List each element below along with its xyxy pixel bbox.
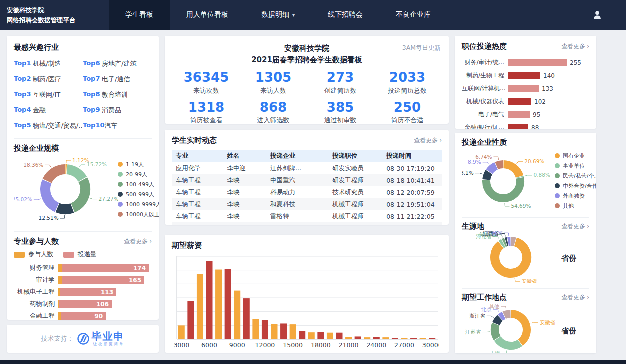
donut-slice[interactable] bbox=[498, 339, 520, 346]
donut-slice[interactable] bbox=[486, 178, 520, 198]
donut-slice[interactable] bbox=[504, 164, 520, 176]
stacked-bar[interactable]: 113 bbox=[58, 288, 116, 296]
label-line bbox=[515, 278, 520, 281]
salary-bar[interactable] bbox=[188, 301, 194, 339]
salary-bar[interactable] bbox=[382, 337, 389, 339]
stacked-bar[interactable]: 174 bbox=[58, 264, 149, 272]
donut-slice[interactable] bbox=[504, 314, 511, 315]
donut-slice[interactable] bbox=[495, 242, 527, 273]
company-nature-section: 投递企业性质 20.69%0.88%54.69%8.1%8.9%6.74% 国有… bbox=[462, 135, 590, 217]
nav-tab-3[interactable]: 数据明细▾ bbox=[245, 0, 312, 30]
heat-bar[interactable] bbox=[508, 59, 567, 66]
company-scale-legend: 1-19人20-99人100-499人500-999人1000-9999人100… bbox=[118, 161, 159, 218]
x-tick-label: 24000 bbox=[366, 341, 386, 349]
donut-slice[interactable] bbox=[486, 172, 489, 180]
majors-more-link[interactable]: 查看更多› bbox=[124, 237, 152, 246]
legend-label: 100-499人 bbox=[126, 181, 154, 188]
table-cell: 08-11 21:22:05 bbox=[382, 210, 442, 222]
salary-bar[interactable] bbox=[429, 338, 436, 339]
delivery-value: 90 bbox=[94, 313, 103, 320]
heat-value: 88 bbox=[532, 124, 539, 129]
activity-more-link[interactable]: 查看更多› bbox=[414, 136, 442, 145]
brand-line2: 网络招聘会数据管理平台 bbox=[7, 15, 109, 25]
salary-bar[interactable] bbox=[290, 324, 296, 339]
salary-bar[interactable] bbox=[346, 337, 352, 339]
heat-bar[interactable] bbox=[508, 111, 530, 118]
job-heat-more-link[interactable]: 查看更多› bbox=[562, 42, 590, 51]
stacked-bar[interactable]: 90 bbox=[58, 312, 106, 320]
salary-bar[interactable] bbox=[206, 261, 213, 339]
donut-slice[interactable] bbox=[512, 241, 516, 242]
salary-bar[interactable] bbox=[410, 338, 417, 339]
donut-slice[interactable] bbox=[67, 169, 82, 179]
industry-label: 互联网/IT bbox=[33, 90, 60, 99]
legend-item: 20-99人 bbox=[118, 171, 159, 178]
origin-more-link[interactable]: 查看更多› bbox=[562, 222, 590, 231]
salary-bar[interactable] bbox=[355, 336, 362, 339]
donut-slice[interactable] bbox=[504, 242, 506, 243]
heat-bar[interactable] bbox=[508, 72, 540, 79]
salary-bar[interactable] bbox=[308, 332, 315, 339]
heat-bar[interactable] bbox=[508, 85, 539, 92]
donut-slice[interactable] bbox=[490, 166, 496, 171]
salary-bar[interactable] bbox=[216, 270, 222, 339]
label-line bbox=[494, 157, 498, 160]
salary-bar[interactable] bbox=[392, 338, 398, 339]
industry-rank: Top2 bbox=[14, 75, 33, 84]
nav-tab-5[interactable]: 不良企业库 bbox=[380, 0, 448, 30]
stats-grid: 36345来访次数1305来访人数273创建简历数2033投递简历总数1318简… bbox=[173, 70, 441, 124]
nav-tab-4[interactable]: 线下招聘会 bbox=[312, 0, 380, 30]
work-place-more-link[interactable]: 查看更多› bbox=[562, 293, 590, 302]
donut-slice[interactable] bbox=[497, 164, 504, 166]
salary-bar[interactable] bbox=[252, 319, 259, 339]
donut-slice[interactable] bbox=[48, 169, 66, 181]
donut-slice[interactable] bbox=[496, 318, 500, 323]
salary-bar[interactable] bbox=[197, 274, 204, 339]
nav-tab-label: 用人单位看板 bbox=[186, 10, 228, 19]
donut-slice[interactable] bbox=[73, 180, 86, 208]
salary-bar[interactable] bbox=[272, 324, 278, 339]
heat-bar[interactable] bbox=[508, 98, 532, 105]
donut-slice[interactable] bbox=[506, 242, 508, 242]
donut-label: 25.02% bbox=[14, 196, 32, 202]
job-heat-card: 职位投递热度 查看更多› 财务/审计/统...255制药/生物工程140互联网/… bbox=[455, 36, 596, 129]
salary-bar[interactable] bbox=[336, 333, 343, 339]
nav-tab-2[interactable]: 用人单位看板 bbox=[170, 0, 245, 30]
label-line bbox=[482, 332, 490, 332]
salary-bar[interactable] bbox=[299, 331, 306, 339]
stacked-bar[interactable]: 106 bbox=[58, 300, 112, 308]
nav-tab-1[interactable]: 学生看板 bbox=[109, 0, 170, 30]
origin-donut: 安徽省河北省湖南省江西省江苏省 bbox=[462, 231, 560, 283]
donut-slice[interactable] bbox=[500, 315, 504, 317]
salary-bar[interactable] bbox=[244, 298, 250, 339]
donut-slice[interactable] bbox=[495, 324, 498, 338]
salary-bar[interactable] bbox=[402, 338, 408, 339]
salary-bar[interactable] bbox=[318, 332, 324, 339]
salary-bar[interactable] bbox=[374, 337, 380, 339]
donut-slice[interactable] bbox=[502, 243, 504, 245]
salary-bar[interactable] bbox=[234, 291, 240, 339]
salary-bar[interactable] bbox=[364, 337, 370, 339]
donut-label: 0.88% bbox=[534, 172, 550, 178]
donut-slice[interactable] bbox=[46, 181, 57, 207]
legend-item: 事业单位 bbox=[555, 162, 596, 170]
industry-item: Top2制药/医疗 bbox=[14, 75, 83, 84]
salary-bar[interactable] bbox=[178, 325, 185, 339]
donut-label: 江苏省 bbox=[466, 329, 482, 335]
heat-bar[interactable] bbox=[508, 124, 528, 129]
stat-item: 385通过初审数 bbox=[307, 100, 374, 124]
stacked-bar[interactable]: 165 bbox=[58, 276, 144, 284]
window-bottom-bar bbox=[0, 360, 626, 364]
donut-slice[interactable] bbox=[58, 208, 72, 209]
user-icon[interactable] bbox=[592, 9, 603, 20]
industry-item: Top8教育培训 bbox=[83, 90, 152, 99]
salary-bar[interactable] bbox=[280, 323, 287, 339]
salary-bar[interactable] bbox=[262, 320, 268, 339]
left-panel: 最感兴趣行业 Top1机械/制造Top2制药/医疗Top3互联网/ITTop4金… bbox=[7, 36, 159, 320]
salary-bar[interactable] bbox=[225, 269, 232, 339]
company-scale-donut-chart: 1.12%15.72%27.27%12.51%25.02%18.36% bbox=[14, 153, 118, 225]
salary-bar[interactable] bbox=[420, 338, 426, 339]
table-cell: 机构设计... bbox=[328, 222, 382, 225]
donut-slice[interactable] bbox=[512, 314, 527, 343]
salary-bar[interactable] bbox=[327, 333, 334, 339]
